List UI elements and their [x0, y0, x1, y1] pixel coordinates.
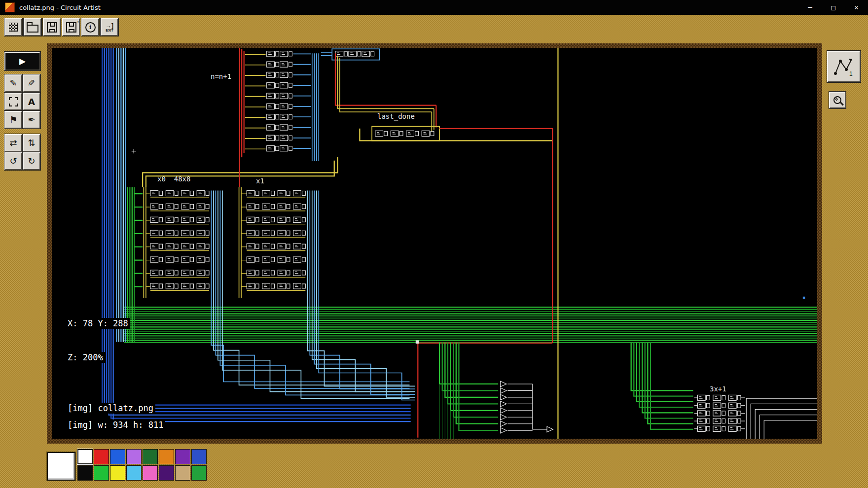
color-palette [77, 449, 208, 482]
tool-pencil[interactable]: ✎ [4, 74, 22, 92]
app-window: collatz.png - Circuit Artist ─ □ × ' i →… [0, 0, 868, 488]
eyedropper-icon: ✒ [28, 114, 35, 125]
tool-fill[interactable]: ⚑ [4, 111, 22, 129]
tool-rotate-ccw[interactable]: ↺ [4, 152, 22, 170]
palette-swatch[interactable] [110, 449, 125, 464]
label-last-done: last_done [377, 112, 415, 120]
tool-rotate-cw[interactable]: ↻ [23, 152, 40, 170]
run-simulation-button[interactable]: ▶ [4, 52, 40, 70]
tool-panel: ▶ ✎ ✎ A ⚑ ✒ ⇄ ⇅ ↺ ↻ [4, 52, 40, 170]
label-x1: x1 [256, 177, 264, 185]
palette-swatch[interactable] [191, 465, 207, 481]
save-as-icon: ' [66, 22, 76, 33]
palette-swatch[interactable] [126, 449, 142, 464]
save-as-mark: ' [77, 20, 79, 26]
label-x0: x0 48x8 [157, 175, 190, 183]
tool-flip-vertical[interactable]: ⇅ [23, 134, 40, 152]
rotate-cw-icon: ↻ [28, 156, 35, 167]
new-file-icon [9, 23, 18, 32]
palette-swatch[interactable] [143, 465, 158, 481]
exit-arrow-icon: →] [106, 23, 113, 29]
selection-icon [9, 97, 18, 106]
new-button[interactable] [4, 18, 22, 36]
zoom-tool-button[interactable] [829, 92, 846, 108]
text-tool-icon: A [28, 97, 35, 107]
minimize-button[interactable]: ─ [798, 0, 822, 15]
status-image-size: [img] w: 934 h: 811 [66, 419, 165, 430]
save-as-button[interactable]: ' [62, 18, 80, 36]
node-editor-button[interactable]: 1 [827, 51, 861, 82]
palette-swatch[interactable] [77, 465, 93, 481]
brush-icon: ✎ [28, 78, 35, 89]
close-button[interactable]: × [845, 0, 868, 15]
palette-swatch[interactable] [94, 449, 109, 464]
window-controls: ─ □ × [798, 0, 868, 15]
status-coordinates: X: 78 Y: 288 [66, 318, 130, 329]
palette-swatch[interactable] [143, 449, 158, 464]
palette-swatch[interactable] [77, 449, 93, 464]
tool-brush[interactable]: ✎ [23, 74, 40, 92]
svg-text:1: 1 [849, 70, 853, 77]
rotate-ccw-icon: ↺ [9, 156, 17, 167]
tool-text[interactable]: A [23, 93, 40, 110]
current-color-swatch[interactable] [47, 452, 75, 481]
toolbar: ' i →] EXIT [4, 18, 118, 36]
magnifier-icon [833, 96, 841, 104]
save-icon [47, 22, 57, 33]
exit-button[interactable]: →] EXIT [101, 18, 118, 36]
drawing-canvas[interactable]: n=n+1 last_done x0 48x8 x1 3x+1 X: 78 Y:… [52, 48, 817, 439]
canvas-frame: n=n+1 last_done x0 48x8 x1 3x+1 X: 78 Y:… [47, 43, 822, 444]
open-button[interactable] [24, 18, 41, 36]
palette-swatch[interactable] [159, 449, 174, 464]
maximize-button[interactable]: □ [822, 0, 845, 15]
open-folder-icon [27, 25, 38, 33]
swap-horizontal-icon: ⇄ [9, 138, 17, 148]
palette-swatch[interactable] [110, 465, 125, 481]
window-title: collatz.png - Circuit Artist [19, 4, 101, 11]
play-icon: ▶ [19, 56, 26, 67]
palette-swatch[interactable] [191, 449, 207, 464]
info-button[interactable]: i [81, 18, 99, 36]
status-zoom: Z: 200% [66, 352, 105, 363]
pencil-icon: ✎ [9, 78, 17, 89]
label-formula: 3x+1 [710, 385, 726, 393]
tool-grid: ✎ ✎ A ⚑ ✒ ⇄ ⇅ ↺ ↻ [4, 74, 40, 170]
titlebar: collatz.png - Circuit Artist ─ □ × [0, 0, 868, 15]
node-graph-icon: 1 [832, 55, 855, 78]
info-icon: i [85, 22, 96, 33]
swap-vertical-icon: ⇅ [28, 138, 35, 148]
tool-picker[interactable]: ✒ [23, 111, 40, 129]
exit-icon: →] EXIT [106, 23, 113, 32]
palette-swatch[interactable] [175, 449, 190, 464]
tool-flip-horizontal[interactable]: ⇄ [4, 134, 22, 152]
app-icon [5, 2, 15, 12]
palette-swatch[interactable] [159, 465, 174, 481]
palette-swatch[interactable] [94, 465, 109, 481]
fill-icon: ⚑ [9, 114, 17, 125]
status-image-name: [img] collatz.png [66, 403, 155, 414]
save-button[interactable] [43, 18, 61, 36]
exit-label: EXIT [106, 29, 113, 32]
tool-select[interactable] [4, 93, 22, 110]
circuit-artwork [52, 48, 817, 439]
tool-spacer [4, 129, 40, 134]
label-counter: n=n+1 [211, 72, 231, 80]
palette-swatch[interactable] [175, 465, 190, 481]
palette-swatch[interactable] [126, 465, 142, 481]
